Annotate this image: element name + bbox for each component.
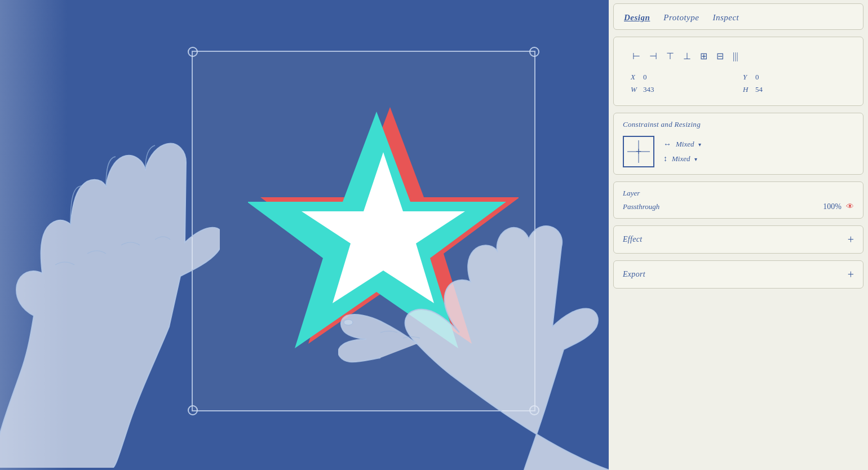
dim-w-label: W [631,85,639,94]
constraint-v-dropdown-icon[interactable]: ▾ [694,156,697,162]
layer-opacity-value[interactable]: 100% [823,202,842,211]
align-top-icon[interactable]: ⊥ [681,50,693,63]
constraints-section: Constrainst and Resizing ↔ Mixed ▾ ↕ Mix… [613,113,863,175]
constraint-h-value[interactable]: Mixed [676,140,694,149]
dim-w-value[interactable]: 343 [643,85,654,94]
tab-design[interactable]: Design [624,13,650,23]
layer-mode[interactable]: Passthrough [623,202,659,211]
constraints-body: ↔ Mixed ▾ ↕ Mixed ▾ [623,136,854,167]
dim-x-value[interactable]: 0 [643,73,647,82]
constraints-title: Constrainst and Resizing [623,120,854,129]
align-bottom-icon[interactable]: ⊟ [715,50,725,63]
export-section: Export + [613,260,863,289]
corner-handle-tl[interactable] [188,47,198,57]
export-title: Export [623,270,645,279]
constraint-inner-v [639,140,639,163]
tab-inspect[interactable]: Inspect [712,13,739,23]
layer-title: Layer [623,189,854,198]
align-right-icon[interactable]: ⊤ [665,50,676,63]
constraints-options: ↔ Mixed ▾ ↕ Mixed ▾ [663,140,701,163]
effect-add-button[interactable]: + [848,234,854,245]
dim-h-row: H 54 [743,85,846,94]
align-center-h-icon[interactable]: ⊣ [648,50,659,63]
layer-opacity-group: 100% 👁 [823,202,854,211]
export-add-button[interactable]: + [848,269,854,280]
constraint-h-row: ↔ Mixed ▾ [663,140,701,149]
effect-title: Effect [623,235,642,244]
hand-left [0,73,220,468]
corner-handle-tr[interactable] [529,47,539,57]
distribute-icon[interactable]: ||| [731,50,740,63]
align-left-icon[interactable]: ⊢ [631,50,642,63]
dim-y-row: Y 0 [743,73,846,82]
dim-y-label: Y [743,73,751,82]
svg-point-3 [344,320,353,325]
dim-w-row: W 343 [631,85,734,94]
constraint-v-value[interactable]: Mixed [672,154,690,163]
constraint-h-dropdown-icon[interactable]: ▾ [698,141,701,148]
constraint-v-icon: ↕ [663,154,667,163]
constraint-h-icon: ↔ [663,140,671,149]
layer-section: Layer Passthrough 100% 👁 [613,181,863,219]
dim-x-row: X 0 [631,73,734,82]
alignment-tools: ⊢ ⊣ ⊤ ⊥ ⊞ ⊟ ||| [623,44,854,68]
dim-x-label: X [631,73,639,82]
effect-collapsible: Effect + [614,226,863,253]
tab-prototype[interactable]: Prototype [663,13,699,23]
dim-h-label: H [743,85,751,94]
export-collapsible: Export + [614,261,863,288]
align-center-v-icon[interactable]: ⊞ [698,50,709,63]
effect-section: Effect + [613,225,863,254]
canvas-area [0,0,609,470]
eye-icon[interactable]: 👁 [846,202,854,211]
tabs-section: Design Prototype Inspect [613,3,863,30]
constraint-box [623,136,654,167]
dimensions-grid: X 0 Y 0 W 343 H 54 [623,68,854,99]
alignment-dimensions-section: ⊢ ⊣ ⊤ ⊥ ⊞ ⊟ ||| X 0 Y 0 W 343 H 54 [613,37,863,106]
dim-h-value[interactable]: 54 [755,85,763,94]
dim-y-value[interactable]: 0 [755,73,759,82]
right-panel: Design Prototype Inspect ⊢ ⊣ ⊤ ⊥ ⊞ ⊟ |||… [609,0,868,470]
constraint-v-row: ↕ Mixed ▾ [663,154,701,163]
hand-right [338,214,609,470]
layer-row: Passthrough 100% 👁 [623,202,854,211]
